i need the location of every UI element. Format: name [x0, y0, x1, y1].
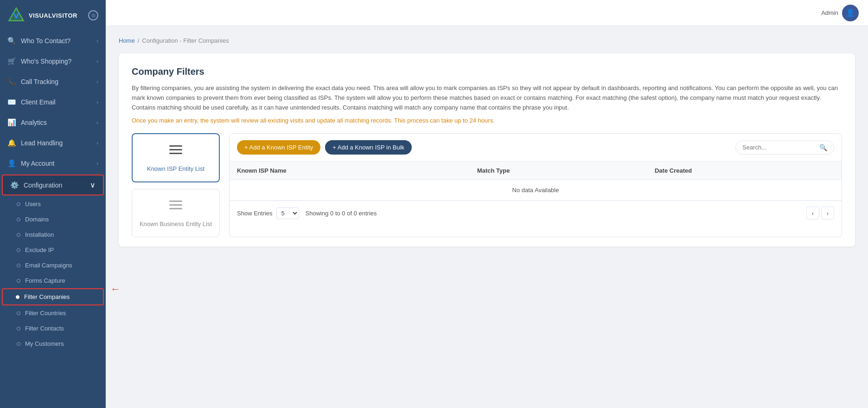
avatar[interactable]: 👤 [842, 5, 859, 21]
warning-text: Once you make an entry, the system will … [132, 117, 842, 124]
col-match-type: Match Type [470, 162, 647, 180]
logo-text: VISUALVISITOR [29, 12, 77, 19]
bullet-icon [17, 218, 20, 221]
sidebar-item-exclude-ip[interactable]: Exclude IP [0, 242, 106, 258]
sub-item-label: Filter Contacts [25, 325, 64, 332]
bullet-icon [17, 327, 20, 330]
sidebar-item-email-campaigns[interactable]: Email Campaigns [0, 258, 106, 273]
breadcrumb-current: Configuration - Filter Companies [142, 37, 229, 44]
chevron-icon: › [96, 79, 98, 84]
sidebar-item-installation[interactable]: Installation [0, 227, 106, 242]
sidebar-item-filter-countries[interactable]: Filter Countries [0, 305, 106, 321]
table-empty-row: No data Available [230, 180, 842, 201]
filter-panel: + Add a Known ISP Entity + Add a Known I… [229, 133, 842, 237]
page-description: By filtering companies, you are assistin… [132, 84, 842, 112]
page-title: Company Filters [132, 66, 842, 77]
sidebar-label: Configuration [24, 181, 62, 189]
chevron-icon: › [96, 161, 98, 166]
prev-page-button[interactable]: ‹ [806, 207, 819, 220]
lead-icon: 🔔 [7, 139, 16, 147]
next-page-button[interactable]: › [821, 207, 834, 220]
sidebar-item-filter-companies[interactable]: Filter Companies [2, 288, 104, 305]
shopping-icon: 🛒 [7, 57, 16, 65]
sidebar-item-users[interactable]: Users [0, 196, 106, 212]
sidebar-item-my-account[interactable]: 👤 My Account › [0, 153, 106, 174]
add-isp-button[interactable]: + Add a Known ISP Entity [237, 140, 320, 155]
sidebar-item-filter-contacts[interactable]: Filter Contacts [0, 321, 106, 336]
breadcrumb-separator: / [138, 37, 140, 44]
main-content: Admin 👤 Home / Configuration - Filter Co… [106, 0, 868, 408]
chevron-icon: › [96, 58, 98, 64]
svg-rect-2 [169, 145, 182, 147]
panel-footer: Show Entries 5 10 25 50 Showing 0 to 0 o… [230, 201, 842, 225]
breadcrumb-home[interactable]: Home [119, 37, 135, 44]
chevron-down-icon: ∨ [90, 181, 96, 189]
phone-icon: 📞 [7, 78, 16, 86]
bullet-icon [17, 279, 20, 283]
col-date-created: Date Created [647, 162, 842, 180]
search-icon: 🔍 [819, 144, 827, 151]
breadcrumb: Home / Configuration - Filter Companies [119, 37, 855, 44]
sidebar-label: Who's Shopping? [21, 58, 71, 65]
chevron-icon: › [96, 38, 98, 44]
sub-item-label: My Customers [25, 340, 64, 347]
sidebar-item-call-tracking[interactable]: 📞 Call Tracking › [0, 71, 106, 92]
chevron-icon: › [96, 99, 98, 105]
list-icon-2 [167, 199, 184, 216]
business-list-card[interactable]: Known Business Entity List [132, 189, 220, 237]
logo[interactable]: VISUALVISITOR ⊙ [0, 0, 106, 31]
sidebar-item-domains[interactable]: Domains [0, 212, 106, 227]
bullet-icon [17, 264, 20, 267]
data-table: Known ISP Name Match Type Date Created N… [230, 162, 842, 201]
bullet-icon [17, 342, 20, 346]
svg-rect-4 [169, 153, 182, 154]
entries-select[interactable]: 5 10 25 50 [276, 207, 299, 219]
isp-list-label: Known ISP Entity List [147, 165, 204, 172]
sidebar-item-who-to-contact[interactable]: 🔍 Who To Contact? › [0, 31, 106, 51]
sidebar-item-client-email[interactable]: ✉️ Client Email › [0, 92, 106, 112]
panel-toolbar: + Add a Known ISP Entity + Add a Known I… [230, 134, 842, 162]
sidebar-item-my-customers[interactable]: My Customers [0, 336, 106, 351]
sub-item-label: Filter Companies [24, 293, 70, 300]
search-input[interactable] [742, 144, 817, 151]
sidebar-item-configuration[interactable]: ⚙️ Configuration ∨ [2, 175, 104, 195]
isp-list-card[interactable]: Known ISP Entity List [132, 133, 220, 182]
search-box[interactable]: 🔍 [735, 141, 834, 155]
sidebar-item-whos-shopping[interactable]: 🛒 Who's Shopping? › [0, 51, 106, 71]
sidebar-label: Lead Handling [21, 139, 63, 147]
chevron-icon: › [96, 140, 98, 146]
avatar-icon: 👤 [846, 8, 855, 17]
user-menu[interactable]: Admin 👤 [821, 5, 859, 21]
svg-rect-5 [169, 201, 182, 202]
list-icon [167, 143, 184, 161]
sub-item-label: Forms Capture [25, 277, 65, 284]
sidebar-label: Call Tracking [21, 78, 58, 85]
bullet-icon [17, 202, 20, 206]
analytics-icon: 📊 [7, 118, 16, 127]
bullet-icon [16, 295, 19, 299]
bullet-icon [17, 311, 20, 315]
add-bulk-button[interactable]: + Add a Known ISP in Bulk [325, 140, 412, 155]
col-isp-name: Known ISP Name [230, 162, 470, 180]
topbar: Admin 👤 [106, 0, 868, 26]
sub-item-label: Users [25, 201, 41, 207]
sidebar-item-forms-capture[interactable]: Forms Capture [0, 273, 106, 288]
sidebar-item-lead-handling[interactable]: 🔔 Lead Handling › [0, 133, 106, 153]
account-icon: 👤 [7, 159, 16, 168]
filter-cards: Known ISP Entity List Known Business Ent… [132, 133, 220, 237]
pagination: ‹ › [806, 207, 834, 220]
sidebar-item-analytics[interactable]: 📊 Analytics › [0, 112, 106, 133]
target-icon[interactable]: ⊙ [88, 10, 98, 20]
sub-item-label: Domains [25, 216, 49, 223]
sub-item-label: Filter Countries [25, 310, 66, 317]
admin-label: Admin [821, 9, 838, 16]
search-icon: 🔍 [7, 37, 16, 45]
sidebar-label: Analytics [21, 119, 47, 126]
showing-text: Showing 0 to 0 of 0 entries [306, 210, 377, 217]
bullet-icon [17, 248, 20, 252]
config-icon: ⚙️ [10, 181, 19, 189]
email-icon: ✉️ [7, 98, 16, 106]
sidebar-label: Who To Contact? [21, 37, 70, 45]
sidebar-label: My Account [21, 160, 54, 167]
svg-rect-7 [169, 208, 182, 209]
